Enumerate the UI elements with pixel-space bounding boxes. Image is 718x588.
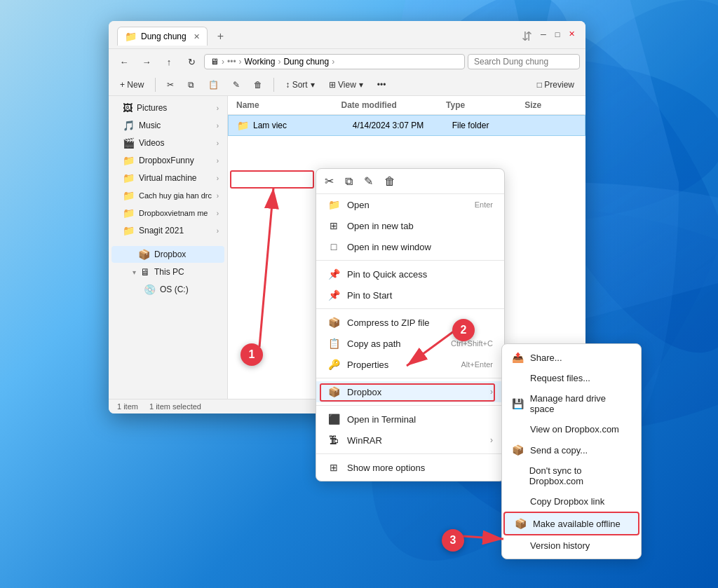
refresh-button[interactable]: ↻ (182, 52, 201, 71)
pictures-arrow: › (217, 104, 219, 112)
ctx-item-open-newwindow[interactable]: □ Open in new window (316, 236, 504, 257)
preview-button[interactable]: □ Preview (531, 77, 580, 93)
sort-label: ↕ Sort (285, 80, 307, 90)
file-name-lamviec: Lam viec (253, 121, 353, 130)
sidebar-label-dropbox: Dropbox (154, 249, 186, 259)
dropbox-submenu-sendcopy[interactable]: 📦 Send a copy... (502, 439, 641, 460)
dropbox-nav-icon: 📦 (138, 249, 150, 260)
ctx-cut-icon[interactable]: ✂ (325, 175, 334, 188)
cachhuy-icon: 📁 (123, 190, 135, 201)
ctx-winrar-icon: 🗜 (327, 435, 340, 446)
sidebar-label-dropboxvietnam: Dropboxvietnam me (139, 209, 208, 217)
ctx-item-properties[interactable]: 🔑 Properties Alt+Enter (316, 354, 504, 375)
tab-close-button[interactable]: ✕ (194, 32, 200, 41)
toolbar-separator-2 (273, 78, 274, 92)
ctx-item-winrar[interactable]: 🗜 WinRAR › (316, 430, 504, 451)
annotation-2: 2 (452, 319, 475, 341)
breadcrumb-working[interactable]: Working (245, 57, 276, 67)
thispc-icon: 🖥 (140, 266, 150, 278)
sidebar-item-virtualmachine[interactable]: 📁 Virtual machine › (111, 170, 224, 186)
view-button[interactable]: ⊞ View ▾ (323, 77, 369, 93)
dropbox-submenu-share[interactable]: 📤 Share... (502, 347, 641, 368)
paste-button[interactable]: 📋 (203, 77, 224, 93)
up-button[interactable]: ↑ (159, 52, 179, 71)
back-button[interactable]: ← (114, 52, 134, 71)
nav-bar: ← → ↑ ↻ 🖥 › ••• › Working › Dung chung › (109, 49, 585, 74)
toolbar-separator-1 (155, 78, 156, 92)
ctx-item-compress[interactable]: 📦 Compress to ZIP file (316, 312, 504, 333)
ctx-item-copy-path[interactable]: 📋 Copy as path Ctrl+Shift+C (316, 333, 504, 354)
file-type-lamviec: File folder (452, 121, 527, 130)
sidebar-item-snagit[interactable]: 📁 Snagit 2021 › (111, 222, 224, 239)
file-row-lamviec[interactable]: 📁 Lam viec 4/14/2024 3:07 PM File folder (228, 115, 585, 136)
breadcrumb-more[interactable]: ••• (227, 57, 236, 67)
dropbox-submenu-viewweb[interactable]: View on Dropbox.com (502, 419, 641, 439)
breadcrumb-sep2: › (239, 57, 242, 67)
dropbox-submenu-version[interactable]: Version history (502, 535, 641, 556)
dropbox-submenu-nosync[interactable]: Don't sync to Dropbox.com (502, 460, 641, 491)
ctx-more-icon: ⊞ (327, 462, 340, 473)
sidebar-item-osc[interactable]: 💿 OS (C:) (111, 281, 224, 298)
copy-button[interactable]: ⧉ (182, 77, 200, 93)
ctx-properties-label: Properties (347, 360, 454, 370)
search-input[interactable] (468, 54, 580, 69)
dropbox-context-highlight (320, 383, 495, 402)
sidebar-item-dropboxfunny[interactable]: 📁 DropboxFunny › (111, 152, 224, 169)
tab-label: Dung chung (141, 32, 187, 41)
more-options-button[interactable]: ••• (372, 77, 392, 93)
db-manage-label: Manage hard drive space (530, 393, 631, 414)
breadcrumb-dungchung[interactable]: Dung chung (283, 57, 329, 67)
folder-selection-highlight (230, 170, 314, 189)
ctx-copy-icon[interactable]: ⧉ (345, 175, 353, 188)
breadcrumb-sep4: › (332, 57, 334, 67)
col-header-date: Date modified (341, 100, 447, 110)
view-arrow-icon: ▾ (359, 80, 363, 90)
forward-button[interactable]: → (137, 52, 156, 71)
ctx-item-pin-start[interactable]: 📌 Pin to Start (316, 285, 504, 306)
ctx-item-terminal[interactable]: ⬛ Open in Terminal (316, 409, 504, 430)
new-button[interactable]: + New (114, 77, 149, 93)
dropbox-submenu-copylink[interactable]: Copy Dropbox link (502, 491, 641, 512)
db-share-label: Share... (530, 353, 562, 363)
minimize-button[interactable]: ─ (538, 29, 549, 40)
sidebar-item-thispc[interactable]: ▾ 🖥 This PC (111, 264, 224, 280)
sidebar-item-cachhuy[interactable]: 📁 Cach huy gia han drc › (111, 187, 224, 204)
close-button[interactable]: ✕ (566, 29, 577, 40)
ctx-item-open-newtab[interactable]: ⊞ Open in new tab (316, 215, 504, 236)
ctx-sep-1 (316, 260, 504, 261)
ctx-winrar-label: WinRAR (347, 435, 483, 446)
dropbox-submenu-manage[interactable]: 💾 Manage hard drive space (502, 388, 641, 419)
sidebar-item-dropbox[interactable]: 📦 Dropbox (111, 246, 224, 263)
sidebar-item-dropboxvietnam[interactable]: 📁 Dropboxvietnam me › (111, 205, 224, 221)
breadcrumb-sep1: › (222, 57, 224, 67)
rename-button[interactable]: ✎ (227, 77, 245, 93)
ctx-delete-icon[interactable]: 🗑 (384, 175, 395, 188)
ctx-rename-icon[interactable]: ✎ (364, 175, 373, 188)
ctx-item-pin-quickaccess[interactable]: 📌 Pin to Quick access (316, 264, 504, 285)
maximize-button[interactable]: □ (552, 29, 563, 40)
sidebar-label-music: Music (139, 121, 161, 130)
dropbox-submenu-request[interactable]: Request files... (502, 368, 641, 388)
new-tab-button[interactable]: + (213, 29, 228, 44)
sidebar-item-music[interactable]: 🎵 Music › (111, 117, 224, 134)
ctx-properties-shortcut: Alt+Enter (461, 360, 493, 369)
dropbox-submenu-offline[interactable]: 📦 Make available offline (503, 512, 639, 535)
sidebar-item-pictures[interactable]: 🖼 Pictures › (111, 100, 224, 116)
sidebar-label-osc: OS (C:) (160, 285, 189, 294)
delete-button[interactable]: 🗑 (248, 77, 268, 93)
db-sendcopy-label: Send a copy... (530, 445, 588, 456)
ctx-terminal-icon: ⬛ (327, 413, 340, 425)
context-menu-toolbar: ✂ ⧉ ✎ 🗑 (316, 172, 504, 194)
ctx-copypath-label: Copy as path (347, 339, 444, 349)
cut-button[interactable]: ✂ (161, 77, 180, 93)
col-header-name: Name (236, 100, 341, 110)
breadcrumb-bar[interactable]: 🖥 › ••• › Working › Dung chung › (204, 54, 465, 69)
sidebar-item-videos[interactable]: 🎬 Videos › (111, 135, 224, 151)
sort-button[interactable]: ↕ Sort ▾ (280, 77, 320, 93)
ctx-pin-qa-icon: 📌 (327, 268, 340, 280)
ctx-item-open[interactable]: 📁 Open Enter (316, 194, 504, 215)
explorer-tab[interactable]: 📁 Dung chung ✕ (117, 27, 208, 46)
ctx-item-more-options[interactable]: ⊞ Show more options (316, 457, 504, 478)
sort-arrow-icon: ▾ (311, 80, 315, 90)
ctx-compress-icon: 📦 (327, 317, 340, 328)
